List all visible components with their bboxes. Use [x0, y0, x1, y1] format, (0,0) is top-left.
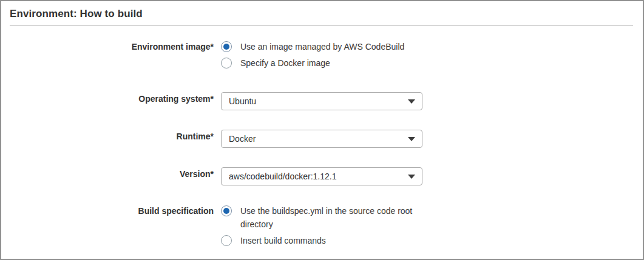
- operating-system-row: Operating system* Ubuntu: [1, 92, 643, 110]
- radio-option-docker-image[interactable]: Specify a Docker image: [221, 56, 404, 70]
- chevron-down-icon: [408, 99, 415, 104]
- radio-option-managed-image[interactable]: Use an image managed by AWS CodeBuild: [221, 40, 404, 53]
- runtime-row: Runtime* Docker: [1, 130, 643, 148]
- chevron-down-icon: [408, 175, 415, 179]
- header-divider: [10, 25, 633, 26]
- panel-header: Environment: How to build: [1, 1, 643, 20]
- runtime-label: Runtime*: [1, 130, 214, 143]
- environment-section-panel: Environment: How to build Environment im…: [0, 0, 644, 260]
- radio-option-label: Use an image managed by AWS CodeBuild: [240, 40, 404, 53]
- environment-image-row: Environment image* Use an image managed …: [1, 40, 643, 70]
- version-row: Version* aws/codebuild/docker:1.12.1: [1, 167, 643, 185]
- radio-button-icon[interactable]: [221, 235, 232, 246]
- build-specification-label: Build specification: [1, 204, 214, 218]
- radio-option-label: Specify a Docker image: [240, 56, 330, 70]
- radio-option-insert-commands[interactable]: Insert build commands: [221, 234, 430, 247]
- environment-image-options: Use an image managed by AWS CodeBuild Sp…: [221, 40, 404, 70]
- selected-value: Docker: [222, 134, 256, 144]
- radio-button-icon[interactable]: [221, 205, 232, 216]
- selected-value: Ubuntu: [222, 96, 256, 106]
- radio-option-label: Insert build commands: [240, 234, 326, 247]
- section-title: Environment: How to build: [10, 8, 632, 20]
- environment-image-label: Environment image*: [1, 40, 214, 53]
- runtime-select[interactable]: Docker: [221, 130, 422, 148]
- radio-button-icon[interactable]: [221, 58, 232, 68]
- version-select[interactable]: aws/codebuild/docker:1.12.1: [221, 167, 422, 185]
- operating-system-select[interactable]: Ubuntu: [221, 92, 422, 110]
- build-specification-row: Build specification Use the buildspec.ym…: [1, 204, 643, 247]
- build-specification-options: Use the buildspec.yml in the source code…: [221, 204, 430, 247]
- version-label: Version*: [1, 167, 214, 181]
- radio-option-label: Use the buildspec.yml in the source code…: [240, 204, 430, 231]
- chevron-down-icon: [408, 137, 415, 141]
- radio-button-icon[interactable]: [221, 41, 232, 52]
- operating-system-label: Operating system*: [1, 92, 214, 105]
- radio-option-use-buildspec[interactable]: Use the buildspec.yml in the source code…: [221, 204, 430, 231]
- selected-value: aws/codebuild/docker:1.12.1: [222, 172, 336, 181]
